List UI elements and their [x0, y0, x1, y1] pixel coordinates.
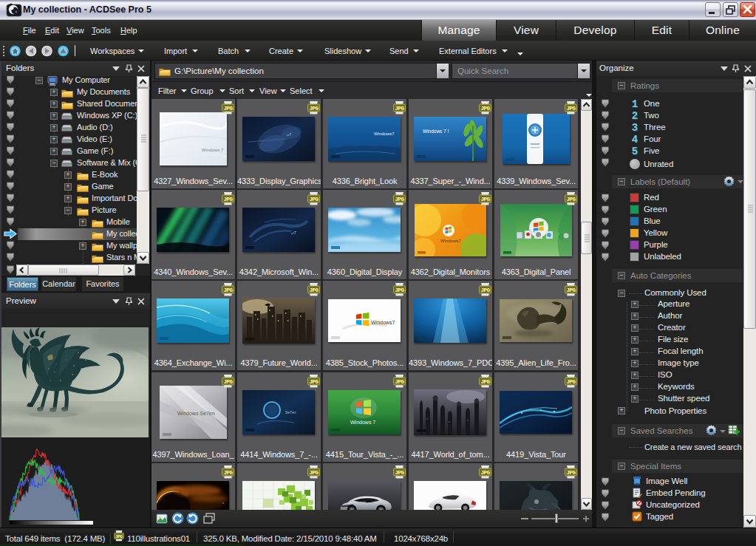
- svg-text:JPG: JPG: [223, 470, 233, 476]
- svg-text:JPG: JPG: [566, 197, 576, 202]
- svg-text:JPG: JPG: [223, 379, 233, 385]
- svg-text:JPG: JPG: [395, 106, 404, 112]
- svg-text:JPG: JPG: [309, 197, 319, 202]
- svg-text:JPG: JPG: [309, 287, 319, 293]
- svg-text:JPG: JPG: [395, 197, 404, 202]
- svg-text:⥂7: ⥂7: [287, 133, 292, 137]
- svg-text:JPG: JPG: [115, 534, 123, 539]
- svg-text:Windows Se7en: Windows Se7en: [177, 411, 215, 416]
- svg-text:JPG: JPG: [480, 379, 490, 385]
- svg-text:JPG: JPG: [395, 470, 404, 476]
- svg-text:JPG: JPG: [223, 197, 233, 202]
- svg-text:⥂7: ⥂7: [291, 231, 296, 235]
- svg-text:JPG: JPG: [566, 287, 576, 293]
- svg-text:JPG: JPG: [566, 106, 576, 112]
- svg-text:Windows7: Windows7: [374, 132, 395, 136]
- svg-text:Windows7: Windows7: [440, 239, 461, 243]
- svg-text:Windows 7 !: Windows 7 !: [423, 129, 449, 134]
- svg-text:JPG: JPG: [480, 470, 490, 476]
- svg-text:JPG: JPG: [309, 470, 319, 476]
- svg-text:JPG: JPG: [309, 379, 319, 385]
- svg-text:Windows 7: Windows 7: [350, 420, 375, 425]
- svg-text:JPG: JPG: [566, 379, 576, 385]
- svg-text:Windows7: Windows7: [371, 320, 395, 325]
- svg-text:JPG: JPG: [223, 106, 233, 112]
- svg-text:JPG: JPG: [480, 106, 490, 112]
- svg-text:JPG: JPG: [480, 197, 490, 202]
- svg-text:JPG: JPG: [480, 287, 490, 293]
- svg-text:Se7en: Se7en: [285, 410, 296, 414]
- svg-text:JPG: JPG: [309, 106, 319, 112]
- svg-text:Windows 7: Windows 7: [202, 148, 224, 152]
- svg-text:JPG: JPG: [395, 379, 404, 385]
- svg-text:JPG: JPG: [566, 470, 576, 476]
- svg-text:JPG: JPG: [395, 287, 404, 293]
- svg-text:JPG: JPG: [223, 287, 233, 293]
